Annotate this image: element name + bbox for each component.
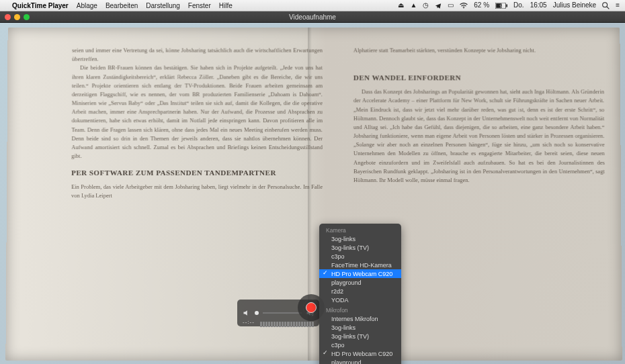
- mic-option[interactable]: 3og-links (TV): [319, 332, 401, 340]
- camera-option[interactable]: 3og-links: [319, 234, 401, 243]
- dropbox-icon[interactable]: ▲: [410, 1, 417, 9]
- record-button[interactable]: [303, 300, 319, 316]
- status-time[interactable]: 16:05: [530, 1, 547, 9]
- volume-slider-track[interactable]: [263, 312, 302, 314]
- book-text: Alphatiere statt Teamarbeit stärkten, ve…: [353, 46, 604, 55]
- video-preview: seien und immer eine Vertretung da sei, …: [0, 23, 625, 364]
- status-user[interactable]: Julius Beineke: [553, 1, 596, 9]
- camera-option[interactable]: FaceTime HD-Kamera: [319, 261, 401, 269]
- wifi-icon[interactable]: [460, 1, 468, 9]
- airplay-icon[interactable]: ▭: [448, 1, 454, 9]
- notifications-icon[interactable]: ≡: [616, 1, 620, 9]
- mic-option[interactable]: c3po: [319, 340, 401, 349]
- close-button[interactable]: [5, 14, 11, 20]
- source-popover: Kamera 3og-links3og-links (TV)c3poFaceTi…: [319, 224, 401, 364]
- camera-option[interactable]: r2d2: [319, 287, 401, 295]
- fullscreen-button[interactable]: [24, 14, 30, 20]
- book-text: Dass das Konzept des Jobsharings an Popu…: [353, 88, 605, 185]
- minimize-button[interactable]: [14, 14, 20, 20]
- window-title: Videoaufnahme: [289, 13, 336, 21]
- mic-section-header: Mikrofon: [319, 306, 401, 314]
- spotlight-icon[interactable]: [602, 1, 610, 9]
- camera-option[interactable]: c3po: [319, 252, 401, 261]
- svg-line-5: [607, 7, 609, 9]
- volume-low-icon[interactable]: [243, 309, 251, 317]
- camera-option[interactable]: 3og-links (TV): [319, 243, 401, 252]
- svg-point-0: [464, 8, 464, 9]
- svg-point-4: [603, 3, 608, 7]
- book-heading: DEN WANDEL EINFORDERN: [353, 73, 604, 84]
- menu-edit[interactable]: Bearbeiten: [106, 2, 138, 9]
- svg-rect-3: [506, 5, 507, 7]
- book-text: Ein Problem, das viele Arbeitgeber mit d…: [71, 183, 323, 200]
- telegram-icon[interactable]: [435, 1, 442, 9]
- camera-section-header: Kamera: [319, 226, 401, 234]
- mic-option[interactable]: Internes Mikrofon: [319, 314, 401, 323]
- status-day[interactable]: Do.: [513, 1, 524, 9]
- camera-option[interactable]: HD Pro Webcam C920: [319, 269, 401, 278]
- camera-option[interactable]: playground: [319, 278, 401, 287]
- menu-help[interactable]: Hilfe: [219, 2, 233, 9]
- menu-view[interactable]: Darstellung: [146, 2, 180, 9]
- mic-option[interactable]: playground: [319, 358, 401, 364]
- battery-percent: 62 %: [474, 1, 489, 9]
- book-text: Die beiden BR-Frauen können das bestätig…: [71, 64, 323, 161]
- audio-level-meter: [260, 322, 314, 327]
- camera-option[interactable]: YODA: [319, 295, 401, 304]
- record-timer: --:--: [243, 319, 255, 325]
- mic-option[interactable]: HD Pro Webcam C920: [319, 349, 401, 358]
- battery-icon[interactable]: [495, 1, 507, 9]
- traffic-lights: [5, 14, 30, 20]
- menubar: QuickTime Player Ablage Bearbeiten Darst…: [0, 0, 625, 11]
- eject-icon[interactable]: ⏏: [398, 1, 404, 9]
- menu-window[interactable]: Fenster: [188, 2, 211, 9]
- menubar-status: ⏏ ▲ ◷ ▭ 62 % Do. 16:05 Julius Beineke ≡: [398, 1, 620, 9]
- titlebar: Videoaufnahme: [0, 11, 625, 23]
- timemachine-icon[interactable]: ◷: [423, 1, 429, 9]
- app-name[interactable]: QuickTime Player: [12, 2, 69, 9]
- mic-option[interactable]: 3og-links: [319, 323, 401, 332]
- volume-slider-thumb[interactable]: [255, 311, 259, 315]
- book-text: seien und immer eine Vertretung da sei, …: [72, 46, 323, 64]
- menu-file[interactable]: Ablage: [77, 2, 97, 9]
- book-heading: PER SOFTWARE ZUM PASSENDEN TANDEMPARTNER: [71, 167, 323, 179]
